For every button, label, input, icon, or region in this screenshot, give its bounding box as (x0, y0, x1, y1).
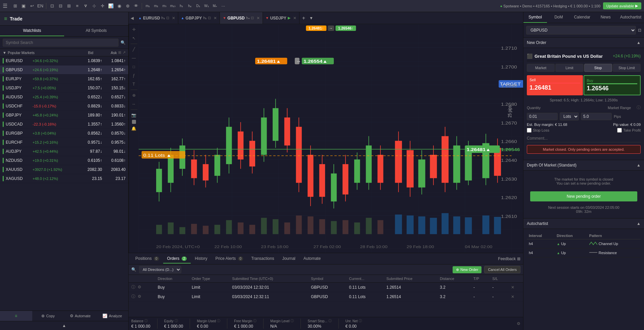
zoom-tool[interactable]: ⊕ (130, 91, 138, 99)
fibonacci-tool[interactable]: ƒ (130, 72, 138, 80)
rectangle-tool[interactable]: □ (130, 63, 138, 71)
tab-history[interactable]: History (191, 254, 211, 264)
sidebar-tab-copy[interactable]: ⊕ Copy (32, 311, 64, 321)
symbol-row-eurusd[interactable]: EURUSD +34.6 (+0.32%) 1.0839↑ 1.0841↑ (0, 56, 128, 65)
usdjpy-tab-close[interactable]: ✕ (293, 16, 296, 20)
maximize-icon[interactable]: ⊡ (638, 28, 641, 33)
cursor-tool[interactable]: ↖ (130, 34, 138, 42)
indicator-icon[interactable]: ⛛ (82, 2, 89, 10)
free-margin-info-icon[interactable]: ⓘ (253, 319, 257, 323)
measure-tool[interactable]: ↔ (130, 100, 138, 108)
order-settings-btn[interactable]: ⚙ (138, 294, 141, 299)
unr-net-info-icon[interactable]: ⓘ (359, 319, 362, 323)
h4-icon[interactable]: h₄ (186, 2, 193, 10)
add-chart-tab-btn[interactable]: + (300, 15, 308, 21)
equity-info-icon[interactable]: ⓘ (175, 319, 178, 323)
table-row[interactable]: ⓘ ⚙ Buy Limit 03/03/2024 12:32:11 GBPUSD… (129, 292, 523, 301)
chart-tab-gbpusd[interactable]: ▼ GBPUSD h₄ ⊡ ✕ (220, 12, 263, 24)
chart-main-area[interactable]: 0.11 Lots ▲ TARGET 1.2710 1.2700 1.2690 … (139, 24, 523, 253)
m1-icon[interactable]: m₁ (144, 2, 151, 10)
col-submitted-time[interactable]: Submitted Time (UTC+0) (229, 275, 308, 283)
chart-type-icon[interactable]: ≡ (74, 2, 81, 10)
pop-out-icon[interactable]: ↗ (123, 50, 126, 55)
update-button[interactable]: Update available ▶ (603, 2, 641, 9)
text-tool[interactable]: T (130, 80, 138, 88)
eurusd-tab-close[interactable]: ✕ (172, 16, 175, 20)
layout-icon[interactable]: ⊟ (57, 2, 64, 10)
tab-journal[interactable]: Journal (278, 254, 299, 264)
new-chart-icon[interactable]: ⊞ (11, 2, 19, 10)
m15-icon[interactable]: m₁₅ (169, 2, 177, 10)
search-chart-icon[interactable]: ⊹ (90, 2, 98, 10)
col-distance[interactable]: Distance (437, 275, 471, 283)
layers-icon[interactable]: ⊛ (124, 2, 131, 10)
search-button[interactable]: 🔍 (121, 40, 126, 45)
screenshot-icon[interactable]: ⊡ (48, 2, 56, 10)
screenshot-tool[interactable]: 📷 (130, 111, 138, 119)
right-tab-dom[interactable]: DoM (547, 12, 570, 23)
more-tabs-btn[interactable]: ▼ (308, 16, 315, 20)
tab-all-symbols[interactable]: All Symbols (64, 26, 128, 36)
order-settings-btn[interactable]: ⚙ (138, 285, 141, 289)
tab-price-alerts[interactable]: Price Alerts 0 (212, 254, 247, 264)
usdjpy-play-icon[interactable]: ▶ (288, 16, 290, 20)
cross-icon[interactable]: ✛ (99, 2, 106, 10)
symbol-row-usdchf[interactable]: USDCHF -15.0 (-0.17%) 0.8829↓ 0.8833↓ (0, 102, 128, 111)
menu-icon[interactable]: ☰ (3, 3, 7, 9)
crosshair-tool[interactable]: ✛ (130, 26, 138, 34)
symbol-row-eurchf[interactable]: EURCHF +15.2 (+0.16%) 0.9571↓ 0.9575↓ (0, 138, 128, 147)
symbol-row-gbpjpy[interactable]: GBPJPY +45.8 (+0.24%) 189.80↑ 190.01↑ (0, 111, 128, 120)
symbol-row-eurjpy[interactable]: EURJPY +59.8 (+0.37%) 162.65↑ 162.77↑ (0, 75, 128, 84)
list-item[interactable]: h4 ▲ Up Resistance (527, 248, 641, 257)
order-close-btn[interactable]: ✕ (511, 294, 514, 299)
more-tf-icon[interactable]: ··· (220, 2, 227, 10)
eye-icon[interactable]: 👁 (132, 2, 140, 10)
sidebar-tab-trade[interactable]: ≡ (0, 311, 32, 321)
margin-used-info-icon[interactable]: ⓘ (217, 319, 220, 323)
color-tool[interactable] (132, 120, 136, 124)
tab-transactions[interactable]: Transactions (247, 254, 278, 264)
comment-input[interactable] (527, 135, 641, 142)
right-tab-calendar[interactable]: Calendar (570, 12, 594, 23)
chart-tab-eurusd[interactable]: ▲ EURUSD h₁ ⊡ ✕ (136, 12, 178, 24)
new-order-toggle-icon[interactable]: ▲ (637, 40, 641, 45)
symbol-row-xagusd[interactable]: XAGUSD +48.0 (+2.12%) 23.15 23.17 (0, 174, 128, 183)
quantity-input[interactable] (527, 113, 558, 120)
smart-stop-info-icon[interactable]: ⓘ (328, 319, 332, 323)
order-type-stop-limit[interactable]: Stop Limit (613, 64, 641, 72)
gbpusd-tab-close[interactable]: ✕ (257, 16, 260, 20)
col-tp[interactable]: T/P (471, 275, 490, 283)
tab-orders[interactable]: Orders 2 (163, 254, 191, 264)
table-row[interactable]: ⓘ ⚙ Buy Limit 03/03/2024 12:32:01 GBPUSD… (129, 283, 523, 292)
order-info-btn[interactable]: ⓘ (131, 285, 135, 289)
order-type-limit[interactable]: Limit (555, 64, 583, 72)
tab-positions[interactable]: Positions 0 (131, 254, 163, 264)
chart-tab-prev[interactable]: ◀ (129, 16, 136, 20)
stop-loss-checkbox[interactable] (527, 128, 532, 133)
balance-info-icon[interactable]: ⓘ (144, 319, 148, 323)
list-item[interactable]: h4 ▲ Up Channel Up (527, 239, 641, 248)
right-tab-autochartist[interactable]: Autochartist (617, 12, 644, 23)
symbol-row-xauusd[interactable]: XAUUSD +3927.0 (+1.92%) 2082.30 2083.40 (0, 165, 128, 174)
col-submitted-price[interactable]: Submitted Price (384, 275, 437, 283)
gbpjpy-tab-close[interactable]: ✕ (214, 16, 217, 20)
col-symbol[interactable]: Symbol (308, 275, 346, 283)
symbol-row-usdcad[interactable]: USDCAD -22.3 (-0.16%) 1.3557↑ 1.3560↑ (0, 120, 128, 129)
order-type-market[interactable]: Market (527, 64, 555, 72)
take-profit-checkbox[interactable] (617, 128, 622, 133)
redo-icon[interactable]: EN (37, 2, 44, 10)
save-icon[interactable]: ▣ (20, 2, 27, 10)
hline-tool[interactable]: — (130, 54, 138, 62)
dom-toggle-icon[interactable]: ▲ (637, 163, 641, 168)
col-direction[interactable]: Direction (155, 275, 189, 283)
symbol-row-eurgbp[interactable]: EURGBP +3.8 (+0.04%) 0.8562↓ 0.8570↓ (0, 129, 128, 138)
algo-icon[interactable]: 📊 (107, 2, 114, 10)
market-range-info-icon[interactable]: ⓘ (637, 105, 641, 110)
section-collapse-icon[interactable]: ▼ (3, 51, 6, 55)
sidebar-scroll-btn[interactable]: ▲ (0, 321, 128, 330)
col-order-type[interactable]: Order Type (189, 275, 229, 283)
m5-icon[interactable]: m₅ (161, 2, 168, 10)
order-info-btn[interactable]: ⓘ (131, 294, 135, 299)
sidebar-tab-analyze[interactable]: 📈 Analyze (96, 311, 129, 321)
symbol-row-usdjpy[interactable]: USDJPY +7.5 (+0.05%) 150.07↓ 150.15↓ (0, 84, 128, 93)
